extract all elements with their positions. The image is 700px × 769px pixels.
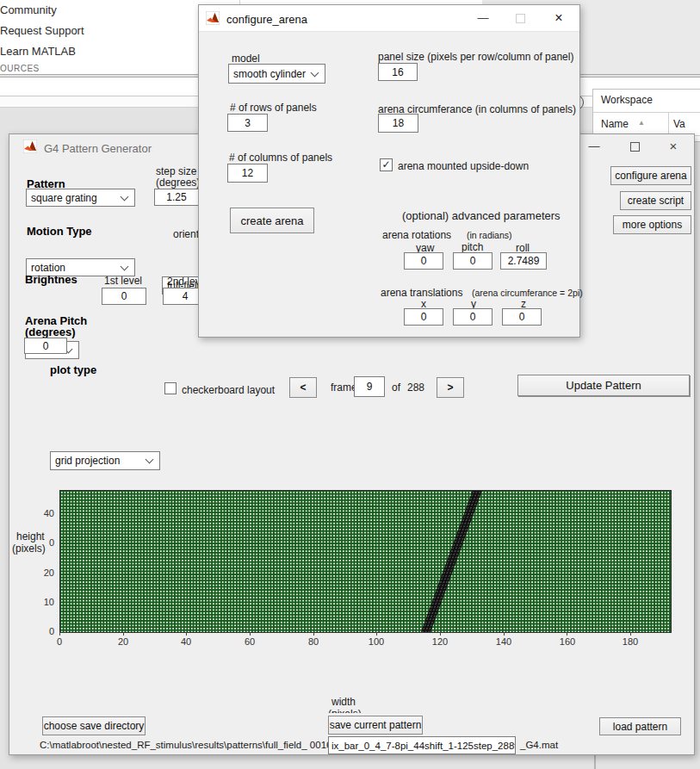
- frame-prev-button[interactable]: <: [289, 377, 317, 398]
- y-tick: 10: [28, 597, 54, 607]
- create-arena-button[interactable]: create arena: [230, 208, 314, 233]
- rows-input[interactable]: [227, 114, 268, 132]
- close-icon[interactable]: ×: [547, 9, 571, 27]
- y-tick: 20: [28, 567, 54, 578]
- maximize-icon[interactable]: [623, 138, 647, 155]
- plot-type-label: plot type: [50, 363, 96, 376]
- panel-divider: [594, 754, 596, 769]
- workspace-col-value[interactable]: Va: [673, 118, 685, 130]
- x-tick: 100: [359, 636, 393, 647]
- configure-arena-button[interactable]: configure arena: [610, 166, 691, 185]
- step-size-label: step size: [156, 165, 196, 177]
- columns-label: # of columns of panels: [229, 152, 332, 164]
- arena-pitch-input[interactable]: [24, 338, 67, 354]
- plot-type-dropdown[interactable]: grid projection: [50, 451, 160, 470]
- x-tick: 80: [296, 636, 331, 647]
- x-tick: 140: [486, 636, 521, 647]
- matlab-logo-icon: [206, 11, 220, 25]
- first-level-input[interactable]: [102, 288, 146, 305]
- frame-of-label: of: [392, 381, 400, 394]
- plot-type-dropdown-value: grid projection: [55, 455, 120, 467]
- z-input[interactable]: [502, 308, 542, 326]
- pattern-dropdown[interactable]: square grating: [26, 189, 135, 207]
- more-options-button[interactable]: more options: [613, 215, 691, 234]
- dialog-titlebar[interactable]: configure_arena — ×: [199, 5, 579, 32]
- frame-number-input[interactable]: [354, 376, 385, 397]
- link-community[interactable]: Community: [0, 3, 57, 16]
- roll-input[interactable]: [500, 252, 547, 270]
- maximize-icon[interactable]: [508, 9, 532, 27]
- circumference-input[interactable]: [378, 114, 418, 133]
- workspace-header-row: Name ▲ Va: [593, 112, 700, 136]
- x-tick: 40: [169, 636, 203, 647]
- step-size-input[interactable]: [154, 189, 199, 206]
- columns-input[interactable]: [227, 164, 268, 183]
- update-pattern-button[interactable]: Update Pattern: [517, 375, 690, 396]
- translations-units-label: (arena circumferance = 2pi): [472, 288, 583, 298]
- minimize-icon[interactable]: —: [471, 9, 495, 27]
- model-dropdown[interactable]: smooth cylinder: [228, 64, 325, 84]
- pattern-preview-plot: [59, 490, 672, 633]
- x-axis-units-label: (pixels): [328, 708, 362, 713]
- x-axis-tickmarks: [59, 632, 671, 636]
- frame-next-button[interactable]: >: [437, 377, 464, 398]
- model-dropdown-value: smooth cylinder: [233, 68, 306, 80]
- x-tick: 160: [550, 636, 585, 647]
- rows-label: # of rows of panels: [230, 102, 317, 114]
- matlab-desktop: Community Request Support Learn MATLAB O…: [0, 0, 700, 769]
- load-pattern-button[interactable]: load pattern: [599, 717, 681, 735]
- y-input[interactable]: [453, 308, 492, 326]
- save-path-prefix: C:\matlabroot\nested_RF_stimulus\results…: [40, 740, 338, 750]
- yaw-input[interactable]: [404, 252, 443, 270]
- panel-size-label: panel size (pixels per row/column of pan…: [378, 51, 573, 63]
- chevron-down-icon: [121, 262, 129, 270]
- x-tick: 20: [106, 636, 140, 647]
- configure-arena-dialog: configure_arena — × model smooth cylinde…: [198, 4, 580, 338]
- chevron-down-icon: [146, 456, 154, 464]
- dark-bar-stripe: [421, 491, 482, 632]
- upside-down-label: arena mounted upside-down: [398, 160, 529, 172]
- arena-translations-label: arena translations: [381, 287, 462, 299]
- save-path-suffix: _G4.mat: [520, 740, 558, 750]
- advanced-parameters-label: (optional) advanced parameters: [402, 209, 561, 222]
- close-icon[interactable]: ×: [661, 138, 685, 155]
- y-tick: 0: [28, 626, 54, 636]
- pitch-input[interactable]: [453, 252, 492, 270]
- matlab-logo-icon: [23, 140, 37, 153]
- minimize-icon[interactable]: —: [582, 138, 606, 155]
- choose-save-directory-button[interactable]: choose save directory: [42, 716, 146, 735]
- x-tick: 60: [232, 636, 267, 647]
- g4-window-title: G4 Pattern Generator: [44, 142, 152, 155]
- save-current-pattern-button[interactable]: save current pattern: [328, 716, 423, 735]
- y-axis-label: height: [16, 530, 45, 543]
- x-tick: 0: [42, 636, 77, 647]
- sort-ascending-icon: ▲: [638, 119, 645, 127]
- y-tick: 40: [28, 508, 54, 518]
- chevron-down-icon: [311, 68, 319, 77]
- model-label: model: [232, 53, 260, 65]
- link-learn-matlab[interactable]: Learn MATLAB: [0, 45, 76, 58]
- link-request-support[interactable]: Request Support: [0, 24, 84, 37]
- dialog-title: configure_arena: [226, 13, 307, 26]
- x-axis-label: width: [331, 696, 356, 708]
- x-tick: 180: [613, 636, 647, 647]
- frame-total-label: 288: [407, 381, 424, 394]
- save-name-input[interactable]: [328, 736, 516, 754]
- column-divider[interactable]: [668, 113, 669, 135]
- resources-section-label: OURCES: [0, 64, 40, 73]
- workspace-title: Workspace: [601, 94, 653, 106]
- checkerboard-checkbox[interactable]: [164, 382, 177, 394]
- first-level-label: 1st level: [104, 275, 142, 287]
- pitch-label: pitch: [462, 241, 483, 253]
- workspace-col-name[interactable]: Name: [601, 118, 629, 130]
- create-script-button[interactable]: create script: [620, 191, 691, 210]
- panel-size-input[interactable]: [378, 63, 418, 81]
- x-tick: 120: [423, 636, 457, 647]
- step-size-units-label: (degrees): [156, 177, 200, 189]
- upside-down-checkbox[interactable]: ✓: [380, 158, 393, 171]
- x-input[interactable]: [404, 308, 443, 326]
- brightness-label: Brightnes: [25, 273, 77, 286]
- arena-rotations-label: arena rotations: [382, 229, 451, 241]
- chevron-down-icon: [121, 192, 129, 201]
- rotations-units-label: (in radians): [467, 230, 512, 240]
